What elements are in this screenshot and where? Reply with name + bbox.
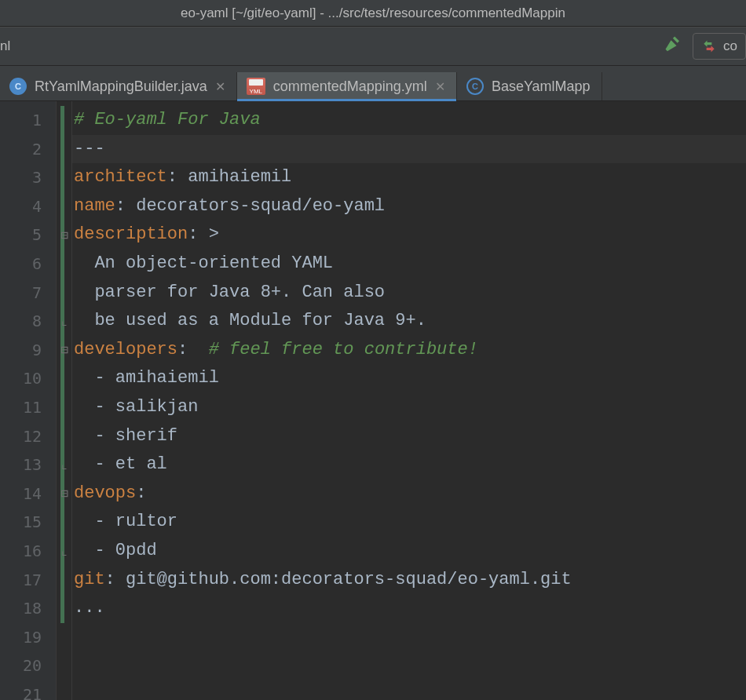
line-number[interactable]: 16	[0, 537, 42, 566]
caret-line-highlight	[72, 135, 746, 164]
line-number[interactable]: 11	[0, 393, 42, 422]
line-number[interactable]: 19	[0, 623, 42, 652]
code-line[interactable]: parser for Java 8+. Can also	[74, 279, 746, 308]
breadcrumb-fragment: nl	[0, 38, 10, 53]
breadcrumb[interactable]: nl	[0, 38, 10, 54]
code-line[interactable]: git: git@github.com:decorators-squad/eo-…	[74, 566, 746, 595]
code-line[interactable]	[74, 651, 746, 680]
line-number[interactable]: 14	[0, 479, 42, 509]
code-line[interactable]: name: decorators-squad/eo-yaml	[74, 192, 746, 221]
fold-marker[interactable]: ⌞	[57, 307, 71, 336]
code-line[interactable]: - 0pdd	[74, 537, 746, 566]
code-line[interactable]: devops:	[74, 479, 746, 509]
line-number[interactable]: 6	[0, 250, 42, 279]
run-config-selector[interactable]: co	[693, 33, 746, 60]
code-line[interactable]: description: >	[74, 221, 746, 250]
code-line[interactable]: An object-oriented YAML	[74, 250, 746, 279]
line-number[interactable]: 15	[0, 508, 42, 537]
editor: 123456789101112131415161718192021 ⊟⌞⊟⌞⊟⌞…	[0, 101, 746, 700]
tab-label: RtYamlMappingBuilder.java	[35, 78, 207, 95]
code-line[interactable]: ...	[74, 594, 746, 623]
fold-marker[interactable]: ⊟	[57, 336, 71, 365]
line-number[interactable]: 9	[0, 336, 42, 365]
close-icon[interactable]: ✕	[215, 79, 225, 94]
code-line[interactable]: # Eo-yaml For Java	[74, 106, 746, 135]
line-number[interactable]: 13	[0, 450, 42, 479]
line-number[interactable]: 4	[0, 192, 42, 221]
main-toolbar: nl co	[0, 27, 746, 66]
code-line[interactable]: architect: amihaiemil	[74, 163, 746, 192]
fold-marker[interactable]: ⌞	[57, 450, 71, 479]
line-number[interactable]: 7	[0, 279, 42, 308]
fold-strip[interactable]: ⊟⌞⊟⌞⊟⌞	[57, 101, 72, 700]
close-icon[interactable]: ✕	[435, 79, 445, 94]
run-config-label: co	[723, 38, 737, 54]
line-number[interactable]: 2	[0, 135, 42, 164]
tab-commentedmapping-yml[interactable]: YMLcommentedMapping.yml✕	[237, 72, 457, 100]
code-line[interactable]	[74, 623, 746, 652]
editor-tabs: CRtYamlMappingBuilder.java✕YMLcommentedM…	[0, 66, 746, 101]
line-number[interactable]: 5	[0, 221, 42, 250]
line-number[interactable]: 10	[0, 364, 42, 393]
tab-rtyamlmappingbuilder-java[interactable]: CRtYamlMappingBuilder.java✕	[0, 72, 237, 100]
fold-marker[interactable]: ⊟	[57, 479, 71, 509]
tab-label: commentedMapping.yml	[273, 78, 427, 95]
code-line[interactable]: - sherif	[74, 422, 746, 451]
window-titlebar: eo-yaml [~/git/eo-yaml] - .../src/test/r…	[0, 0, 746, 27]
tab-label: BaseYamlMapp	[492, 78, 591, 95]
line-number[interactable]: 20	[0, 651, 42, 680]
java-class-icon: C	[9, 78, 27, 95]
code-area[interactable]: # Eo-yaml For Java---architect: amihaiem…	[72, 101, 746, 700]
fold-marker[interactable]: ⌞	[57, 537, 71, 566]
tab-baseyamlmapp[interactable]: CBaseYamlMapp	[457, 72, 602, 100]
code-line[interactable]: be used as a Module for Java 9+.	[74, 307, 746, 336]
code-line[interactable]: - salikjan	[74, 393, 746, 422]
code-line[interactable]: - amihaiemil	[74, 364, 746, 393]
code-line[interactable]: - rultor	[74, 508, 746, 537]
build-icon[interactable]	[663, 34, 685, 60]
yml-file-icon: YML	[247, 78, 265, 95]
line-number[interactable]: 12	[0, 422, 42, 451]
line-number[interactable]: 17	[0, 566, 42, 595]
line-number[interactable]: 21	[0, 680, 42, 700]
line-gutter[interactable]: 123456789101112131415161718192021	[0, 101, 57, 700]
java-class-icon: C	[466, 78, 484, 95]
code-line[interactable]: - et al	[74, 450, 746, 479]
code-line[interactable]	[74, 680, 746, 700]
code-line[interactable]: developers: # feel free to contribute!	[74, 336, 746, 365]
line-number[interactable]: 1	[0, 106, 42, 135]
fold-marker[interactable]: ⊟	[57, 221, 71, 250]
line-number[interactable]: 18	[0, 594, 42, 623]
swap-icon	[701, 38, 717, 54]
window-title: eo-yaml [~/git/eo-yaml] - .../src/test/r…	[181, 5, 565, 20]
line-number[interactable]: 3	[0, 163, 42, 192]
line-number[interactable]: 8	[0, 307, 42, 336]
